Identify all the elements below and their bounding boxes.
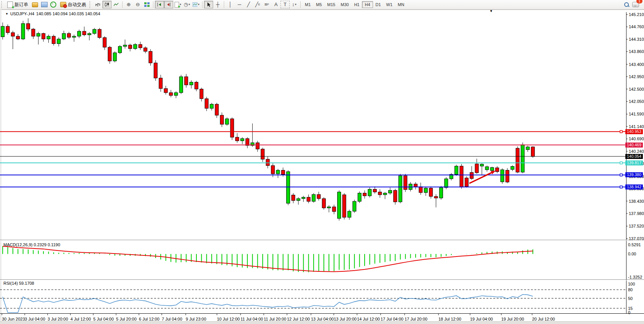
price-tick-label: 142.950	[629, 74, 644, 79]
candle-body	[343, 195, 346, 217]
candle-body	[434, 196, 438, 198]
candle-body	[445, 179, 448, 188]
candle-body	[149, 51, 152, 63]
time-tick-label: 12 Jul 12:00	[287, 317, 310, 321]
indicator-scale-label: 0.00	[628, 252, 636, 256]
candle-body	[37, 34, 40, 36]
candle-body	[531, 147, 535, 156]
indicator-scale-label: 0.5291	[628, 242, 641, 247]
indicator-scale-label: 50	[628, 296, 633, 301]
candle-body	[429, 188, 433, 197]
candle-body	[460, 166, 463, 187]
time-tick-label: 5 Jul 04:00	[93, 317, 114, 321]
candle-body	[322, 199, 325, 208]
candle-body	[521, 145, 524, 172]
line-handle-139.817[interactable]	[620, 162, 622, 164]
price-badge-140.469: 140.469	[625, 143, 643, 148]
price-tick-label: 137.520	[629, 224, 644, 228]
candle-body	[123, 45, 127, 47]
candle-body	[511, 167, 514, 170]
candle-body	[358, 193, 361, 202]
candle-body	[62, 34, 65, 39]
macd-indicator-label: MACD(12,26,9) 0.2329 0.1190	[3, 242, 60, 247]
price-tick-label: 143.860	[629, 49, 644, 54]
candle-body	[490, 167, 494, 170]
macd-values: 0.2329 0.1190	[33, 242, 60, 247]
candle-body	[394, 190, 397, 202]
line-handle-139.380[interactable]	[620, 174, 622, 176]
time-tick-label: 5 Jul 20:00	[116, 317, 137, 321]
candle-body	[373, 189, 376, 192]
candle-body	[276, 170, 280, 174]
candle-body	[16, 36, 20, 39]
time-tick-label: 7 Jul 04:00	[162, 317, 182, 321]
indicator-scale-label: 100	[628, 282, 635, 286]
price-tick-label: 141.140	[629, 124, 644, 129]
time-tick-label: 10 Jul 12:00	[217, 317, 240, 321]
time-tick-label: 11 Jul 20:00	[264, 317, 286, 321]
candle-body	[88, 34, 91, 35]
time-tick-label: 11 Jul 04:00	[241, 317, 263, 321]
candle-body	[312, 194, 316, 201]
time-tick-label: 19 Jul 04:00	[470, 317, 493, 321]
candle-body	[271, 165, 274, 174]
candle-body	[236, 137, 239, 141]
candle-body	[419, 187, 422, 192]
candle-body	[21, 24, 25, 39]
candle-body	[200, 89, 203, 99]
candle-body	[134, 45, 137, 49]
price-tick-label: 145.210	[629, 12, 644, 17]
indicator-scale-label: -1.3252	[628, 275, 642, 279]
arrow-annotation-head[interactable]	[491, 171, 496, 174]
candle-body	[179, 77, 183, 93]
candle-body	[506, 170, 509, 182]
candle-body	[424, 188, 427, 193]
time-tick-label: 18 Jul 12:00	[438, 317, 461, 321]
candle-body	[363, 193, 366, 196]
candle-body	[154, 63, 157, 78]
candle-body	[439, 188, 443, 198]
candle-body	[225, 119, 229, 124]
candle-body	[404, 176, 407, 189]
price-tick-label: 144.310	[629, 37, 644, 42]
line-handle-140.953[interactable]	[620, 130, 622, 133]
candle-body	[205, 99, 208, 108]
candle-body	[281, 170, 285, 175]
candle-body	[215, 104, 218, 115]
candle-body	[496, 168, 499, 172]
candle-body	[169, 93, 173, 95]
candle-body	[108, 47, 112, 61]
candle-body	[485, 167, 489, 170]
candle-body	[292, 195, 295, 200]
price-badge-139.817: 139.817	[625, 160, 643, 165]
time-tick-label: 13 Jul 04:00	[311, 317, 334, 321]
price-chart-canvas[interactable]	[0, 0, 644, 324]
price-tick-label: 144.760	[629, 24, 644, 29]
candle-body	[383, 193, 387, 195]
time-tick-label: 17 Jul 04:00	[381, 317, 403, 321]
candle-body	[230, 119, 234, 137]
candle-body	[388, 190, 392, 193]
price-badge-140.054: 140.054	[625, 154, 643, 159]
candle-body	[190, 82, 193, 85]
price-tick-label: 137.070	[629, 236, 644, 241]
candle-body	[118, 47, 122, 53]
candle-body	[348, 211, 351, 217]
candle-body	[399, 176, 402, 202]
candle-body	[526, 147, 529, 149]
rsi-indicator-label: RSI(14) 59.1708	[3, 281, 34, 286]
candle-body	[296, 199, 300, 200]
time-tick-label: 4 Jul 12:00	[70, 317, 91, 321]
candle-body	[185, 77, 188, 85]
candle-body	[480, 164, 484, 166]
candle-body	[317, 194, 320, 199]
candle-body	[332, 207, 336, 212]
candle-body	[47, 36, 50, 39]
candle-body	[475, 164, 478, 173]
line-handle-138.942[interactable]	[620, 186, 622, 188]
candle-body	[353, 201, 356, 211]
candle-body	[287, 172, 290, 203]
price-tick-label: 137.980	[629, 211, 644, 216]
price-badge-138.942: 138.942	[625, 184, 643, 189]
candle-body	[77, 31, 81, 36]
